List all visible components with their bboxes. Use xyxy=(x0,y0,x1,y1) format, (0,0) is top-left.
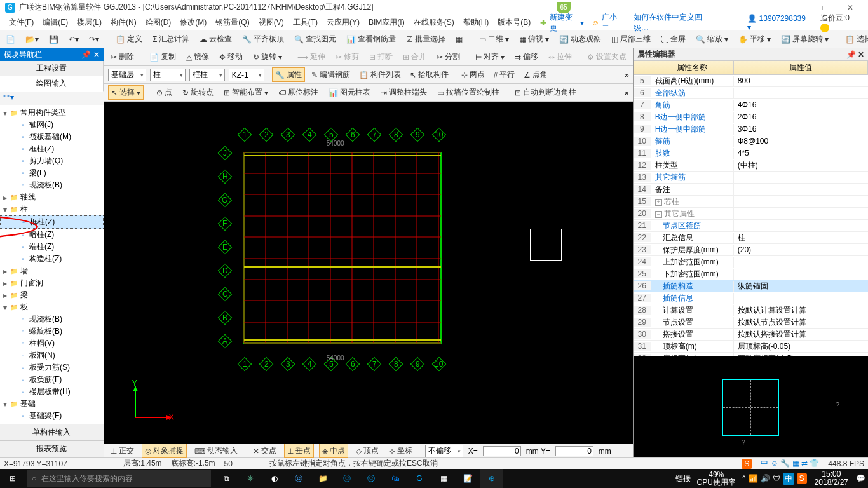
tool-top[interactable]: ▦ 俯视 ▾ xyxy=(517,32,551,46)
snap-intersect[interactable]: ✕ 交点 xyxy=(250,444,279,458)
snap-perp[interactable]: ⊥ 垂点 xyxy=(284,444,314,458)
property-row[interactable]: 7角筋4Φ16 xyxy=(634,99,868,111)
menu-floor[interactable]: 楼层(L) xyxy=(73,16,105,29)
snap-object[interactable]: ◎ 对象捕捉 xyxy=(142,444,187,458)
tree-folder[interactable]: ▸📁墙 xyxy=(0,265,104,277)
task-store[interactable]: 🛍 xyxy=(384,469,407,488)
combo-category[interactable]: 柱 xyxy=(150,69,186,81)
property-row[interactable]: 21节点区箍筋 xyxy=(634,220,868,232)
tool-point-angle[interactable]: ∠ 点角 xyxy=(521,68,550,81)
tree-folder[interactable]: ▾📁柱 xyxy=(0,203,104,215)
task-explorer[interactable]: 📁 xyxy=(311,469,334,488)
task-browser1[interactable]: ⓔ xyxy=(287,469,310,488)
tool-grid[interactable]: ▦ xyxy=(454,34,465,45)
tree-item[interactable]: ▫楼层板带(H) xyxy=(0,386,104,398)
tool-3d[interactable]: ◫ 局部三维 xyxy=(609,32,653,46)
tree-item[interactable]: ▫框柱(Z) xyxy=(0,143,104,155)
tree-folder[interactable]: ▸📁梁 xyxy=(0,289,104,301)
snap-coord[interactable]: ⊹ 坐标 xyxy=(386,444,415,458)
tree-folder[interactable]: ▸📁门窗洞 xyxy=(0,277,104,289)
btab-report[interactable]: 报表预览 xyxy=(0,441,104,458)
tab-project-setting[interactable]: 工程设置 xyxy=(0,61,104,76)
tool-inplace-label[interactable]: 🏷 原位标注 xyxy=(276,86,321,99)
tab-draw-input[interactable]: 绘图输入 xyxy=(0,76,104,92)
menu-component[interactable]: 构件(N) xyxy=(107,16,140,29)
property-row[interactable]: 20−其它属性 xyxy=(634,208,868,220)
y-input[interactable] xyxy=(555,446,593,456)
property-row[interactable]: 31顶标高(m)层顶标高(-0.05) xyxy=(634,341,868,353)
property-row[interactable]: 22汇总信息柱 xyxy=(634,232,868,244)
property-row[interactable]: 11肢数4*5 xyxy=(634,147,868,159)
tool-comp-list[interactable]: 📋 构件列表 xyxy=(356,68,403,81)
tool-pan[interactable]: ✋ 平移 ▾ xyxy=(736,32,773,46)
tool-rotate-point[interactable]: ↻ 旋转点 xyxy=(180,86,216,99)
snap-ortho[interactable]: ⊥ 正交 xyxy=(108,444,137,458)
tool-edit-rebar[interactable]: ✎ 编辑钢筋 xyxy=(309,68,353,81)
tool-point[interactable]: ⊙ 点 xyxy=(154,86,175,99)
tool-cloudcheck[interactable]: ☁ 云检查 xyxy=(198,32,234,46)
tree-folder[interactable]: ▸📁轴线 xyxy=(0,191,104,203)
task-app5[interactable]: 📝 xyxy=(456,469,479,488)
property-row[interactable]: 14备注 xyxy=(634,184,868,196)
property-row[interactable]: 23保护层厚度(mm)(20) xyxy=(634,244,868,256)
tool-align[interactable]: 🔧 平齐板顶 xyxy=(240,32,286,46)
task-app1[interactable]: ❋ xyxy=(239,469,262,488)
ime-icon[interactable]: S xyxy=(742,459,752,469)
start-button[interactable]: ⊞ xyxy=(0,469,25,488)
tool-col-table[interactable]: 📊 图元柱表 xyxy=(326,86,373,99)
tree-folder[interactable]: ▾📁板 xyxy=(0,301,104,313)
menu-help[interactable]: 帮助(H) xyxy=(459,16,493,29)
tool-auto-corner[interactable]: ⊡ 自动判断边角柱 xyxy=(512,86,579,99)
property-row[interactable]: 5截面高(H边)(mm)800 xyxy=(634,75,868,87)
task-app2[interactable]: ◐ xyxy=(263,469,286,488)
menu-tools[interactable]: 工具(T) xyxy=(289,16,322,29)
tool-adjust-end[interactable]: ⇥ 调整柱端头 xyxy=(378,86,430,99)
tool-two-point[interactable]: ⊹ 两点 xyxy=(459,68,487,81)
snap-mid[interactable]: ◈ 中点 xyxy=(319,444,348,458)
offset-combo[interactable]: 不偏移 xyxy=(425,445,463,458)
property-row[interactable]: 30搭接设置按默认搭接设置计算 xyxy=(634,329,868,341)
menu-online[interactable]: 在线服务(S) xyxy=(410,16,458,29)
menu-version[interactable]: 版本号(B) xyxy=(494,16,534,29)
task-app4[interactable]: ▦ xyxy=(432,469,455,488)
tool-2d[interactable]: ▭ 二维 ▾ xyxy=(477,32,511,46)
tree-item[interactable]: ▫柱帽(V) xyxy=(0,337,104,349)
menu-view[interactable]: 视图(V) xyxy=(255,16,288,29)
tool-mirror[interactable]: △ 镜像 xyxy=(184,50,212,64)
tool-selectfloor[interactable]: 📋 选择楼层 xyxy=(843,32,868,46)
tree-item[interactable]: ▫端柱(Z) xyxy=(0,241,104,253)
btab-single[interactable]: 单构件输入 xyxy=(0,424,104,441)
tool-offset[interactable]: ⇉ 偏移 xyxy=(512,50,541,64)
tool-batch[interactable]: ☑ 批量选择 xyxy=(404,32,447,46)
tool-parallel[interactable]: # 平行 xyxy=(491,68,518,81)
pin-icon[interactable]: 📌 ✕ xyxy=(81,50,99,59)
tool-select[interactable]: ↖ 选择 ▾ xyxy=(108,85,144,100)
tree-item[interactable]: ▫框柱(Z) xyxy=(0,215,104,229)
task-current[interactable]: ⊕ xyxy=(480,469,503,488)
x-input[interactable] xyxy=(483,446,521,456)
menu-draw[interactable]: 绘图(D) xyxy=(142,16,175,29)
tray-vol[interactable]: 🔊 xyxy=(761,474,770,483)
property-row[interactable]: 10箍筋Φ8@100 xyxy=(634,135,868,147)
combo-subtype[interactable]: 框柱 xyxy=(189,69,225,81)
tool-smart-layout[interactable]: ⊞ 智能布置 ▾ xyxy=(221,86,271,99)
snap-vertex[interactable]: ◇ 顶点 xyxy=(353,444,381,458)
tray-ime[interactable]: 中 xyxy=(783,473,794,485)
property-row[interactable]: 24上加密范围(mm) xyxy=(634,256,868,268)
tray-up[interactable]: ^ xyxy=(742,474,746,483)
tool-orbit[interactable]: 🔄 动态观察 xyxy=(557,32,603,46)
tray-link[interactable]: 链接 xyxy=(675,473,691,484)
tool-rotate2[interactable]: ↻ 旋转 ▾ xyxy=(250,50,285,64)
tree-item[interactable]: ▫现浇板(B) xyxy=(0,179,104,191)
property-row[interactable]: 9H边一侧中部筋3Φ16 xyxy=(634,123,868,135)
tray-clock[interactable]: 15:002018/2/27 xyxy=(810,470,853,487)
tool-pick[interactable]: ↖ 拾取构件 xyxy=(407,68,451,81)
property-row[interactable]: 8B边一侧中部筋2Φ16 xyxy=(634,111,868,123)
combo-floor[interactable]: 基础层 xyxy=(108,69,146,81)
task-edge[interactable]: ⓔ xyxy=(336,469,358,488)
property-row[interactable]: 15+芯柱 xyxy=(634,196,868,208)
property-row[interactable]: 28计算设置按默认计算设置计算 xyxy=(634,304,868,316)
tree-folder[interactable]: ▾📁常用构件类型 xyxy=(0,107,104,119)
tool-draw-by-wall[interactable]: ▭ 按墙位置绘制柱 xyxy=(435,86,502,99)
task-ie[interactable]: ⓔ xyxy=(360,469,383,488)
